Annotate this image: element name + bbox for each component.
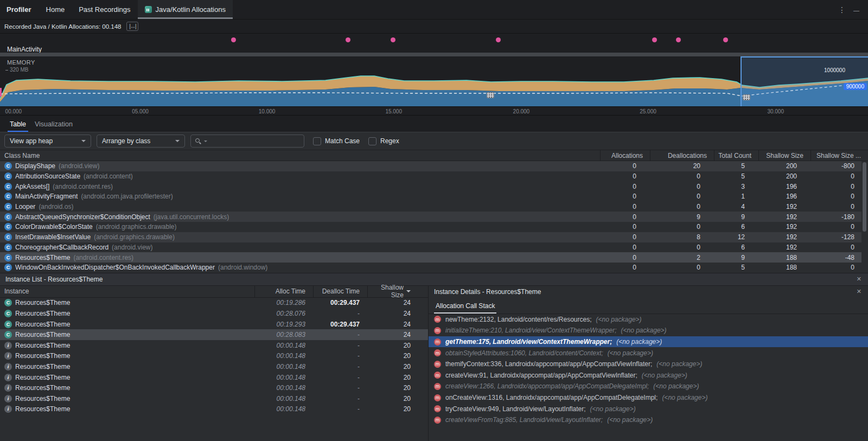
class-package: (android.content): [84, 172, 133, 180]
heap-dropdown[interactable]: View app heap: [4, 135, 91, 148]
column-allocations[interactable]: Allocations: [600, 150, 650, 161]
call-stack-frame[interactable]: initializeTheme:210, Landroid/view/Conte…: [429, 325, 868, 336]
instance-cell: Resources$Theme: [0, 405, 254, 413]
instance-row[interactable]: Resources$Theme 00:00.148 - 20: [0, 361, 428, 372]
selection-overlay[interactable]: [741, 56, 868, 106]
event-dot[interactable]: [346, 37, 350, 42]
dealloc-time-cell: -: [313, 342, 367, 349]
match-case-checkbox[interactable]: Match Case: [313, 137, 360, 145]
column-class-name[interactable]: Class Name: [0, 150, 600, 161]
class-icon: [4, 172, 12, 180]
class-icon: [4, 203, 12, 210]
column-total-count[interactable]: Total Count: [714, 150, 758, 161]
frame-method: createViewFromTag:885, Landroid/view/Lay…: [445, 416, 603, 424]
memory-chart[interactable]: MEMORY 320 MB 1000000 900000: [0, 56, 868, 106]
call-stack-frame[interactable]: obtainStyledAttributes:1060, Landroid/co…: [429, 347, 868, 359]
call-stack-frame[interactable]: createView:1266, Landroidx/appcompat/app…: [429, 381, 868, 392]
class-table-row[interactable]: Resources$Theme (android.content.res) 0 …: [0, 252, 861, 263]
column-shallow-size[interactable]: Shallow Size: [758, 150, 810, 161]
event-dot[interactable]: [231, 37, 236, 42]
method-icon: [434, 394, 441, 401]
event-dot[interactable]: [391, 37, 395, 42]
search-box[interactable]: [190, 135, 304, 148]
search-options-chevron-icon[interactable]: [204, 140, 207, 142]
close-icon[interactable]: [857, 288, 861, 295]
class-package: (android.view): [112, 244, 152, 251]
class-table-row[interactable]: ColorDrawable$ColorState (android.graphi…: [0, 222, 861, 232]
zoom-to-fit-button[interactable]: [126, 22, 138, 31]
class-table-row[interactable]: AttributionSourceState (android.content)…: [0, 171, 861, 182]
event-dot[interactable]: [652, 37, 657, 42]
instance-row[interactable]: Resources$Theme 00:19.293 00:29.437 24: [0, 319, 428, 330]
allocations-cell: 0: [593, 172, 643, 180]
column-shallow-size[interactable]: Shallow Size: [367, 286, 428, 297]
instance-row[interactable]: Resources$Theme 00:00.148 - 20: [0, 372, 428, 383]
instance-name: Resources$Theme: [15, 374, 70, 381]
event-dot[interactable]: [676, 37, 681, 42]
class-table-row[interactable]: WindowOnBackInvokedDispatcher$OnBackInvo…: [0, 263, 861, 273]
tab-table[interactable]: Table: [8, 118, 28, 132]
instance-row[interactable]: Resources$Theme 00:00.148 - 20: [0, 351, 428, 362]
class-table-row[interactable]: Choreographer$CallbackRecord (android.vi…: [0, 242, 861, 253]
call-stack-frame[interactable]: getTheme:175, Landroid/view/ContextTheme…: [429, 336, 868, 348]
class-table-row[interactable]: DisplayShape (android.view) 0 20 5 200 -…: [0, 161, 861, 171]
arrange-dropdown[interactable]: Arrange by class: [97, 135, 185, 148]
instance-row[interactable]: Resources$Theme 00:00.148 - 20: [0, 393, 428, 404]
activity-lifecycle-bar[interactable]: [0, 53, 868, 56]
shallow-size-cell: 20: [367, 405, 428, 413]
class-table-row[interactable]: InsetDrawable$InsetValue (android.graphi…: [0, 232, 861, 242]
search-input[interactable]: [210, 137, 299, 145]
class-table-row[interactable]: MainActivityFragment (android.com.java.p…: [0, 191, 861, 202]
class-table-row[interactable]: ApkAssets[] (android.content.res) 0 0 3 …: [0, 181, 861, 191]
call-stack-frame[interactable]: createView:91, Landroidx/appcompat/app/A…: [429, 370, 868, 381]
column-deallocations[interactable]: Deallocations: [650, 150, 714, 161]
tab-visualization[interactable]: Visualization: [33, 118, 75, 132]
instance-row[interactable]: Resources$Theme 00:00.148 - 20: [0, 382, 428, 393]
tab-allocation-call-stack[interactable]: Allocation Call Stack: [434, 299, 496, 314]
call-stack-frame[interactable]: tryCreateView:949, Landroid/view/LayoutI…: [429, 403, 868, 414]
class-name: Resources$Theme: [15, 254, 70, 261]
call-stack-frame[interactable]: onCreateView:1316, Landroidx/appcompat/a…: [429, 392, 868, 404]
class-table-row[interactable]: Looper (android.os) 0 0 4 192 0: [0, 202, 861, 212]
dealloc-time-cell: -: [313, 384, 367, 392]
column-alloc-time[interactable]: Alloc Time: [254, 286, 313, 297]
time-tick-label: 00.000: [5, 108, 22, 114]
deallocations-cell: 0: [643, 244, 707, 251]
column-dealloc-time[interactable]: Dealloc Time: [313, 286, 367, 297]
event-dot[interactable]: [496, 37, 501, 42]
regex-checkbox[interactable]: Regex: [368, 137, 399, 145]
instance-row[interactable]: Resources$Theme 00:00.148 - 20: [0, 340, 428, 351]
call-stack-frame[interactable]: newTheme:2132, Landroid/content/res/Reso…: [429, 314, 868, 325]
close-icon[interactable]: [857, 276, 861, 283]
instance-name: Resources$Theme: [15, 395, 70, 402]
minimize-icon[interactable]: [853, 5, 859, 14]
column-instance[interactable]: Instance: [0, 286, 254, 297]
kebab-menu-icon[interactable]: [838, 5, 846, 14]
instance-row[interactable]: Resources$Theme 00:28.083 - 24: [0, 329, 428, 340]
tab-home[interactable]: Home: [39, 0, 72, 19]
frame-method: obtainStyledAttributes:1060, Landroid/co…: [445, 349, 603, 357]
class-cell: InsetDrawable$InsetValue (android.graphi…: [0, 233, 593, 241]
match-case-label: Match Case: [325, 137, 360, 145]
tab-past-recordings[interactable]: Past Recordings: [72, 0, 137, 19]
instance-row[interactable]: Resources$Theme 00:28.076 - 24: [0, 308, 428, 319]
call-stack-frame[interactable]: themifyContext:336, Landroidx/appcompat/…: [429, 359, 868, 370]
instance-cell: Resources$Theme: [0, 384, 254, 392]
instance-row[interactable]: Resources$Theme 00:00.148 - 20: [0, 404, 428, 415]
column-shallow-size-change[interactable]: Shallow Size ...: [810, 150, 868, 161]
range-handle-right[interactable]: [743, 94, 750, 100]
event-marker: [0, 88, 2, 97]
call-stack-frame[interactable]: createViewFromTag:885, Landroid/view/Lay…: [429, 414, 868, 426]
instance-row[interactable]: Resources$Theme 00:19.286 00:29.437 24: [0, 298, 428, 309]
event-dot[interactable]: [723, 37, 728, 42]
tab-java-kotlin-allocations[interactable]: Java/Kotlin Allocations: [138, 0, 233, 19]
vertical-scrollbar[interactable]: [863, 162, 866, 232]
total-count-cell: 6: [707, 244, 752, 251]
frame-package: (<no package>): [656, 360, 702, 368]
total-count-cell: 5: [707, 162, 752, 170]
details-tabs: Allocation Call Stack: [429, 298, 868, 314]
instance-icon: [4, 342, 12, 349]
range-handle-left[interactable]: [487, 92, 494, 98]
total-count-cell: 5: [707, 264, 752, 271]
class-table-row[interactable]: AbstractQueuedSynchronizer$ConditionObje…: [0, 212, 861, 222]
